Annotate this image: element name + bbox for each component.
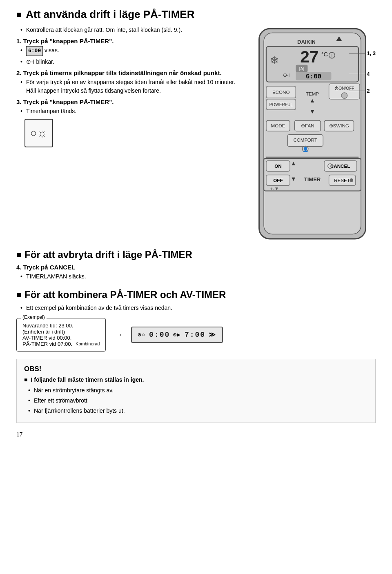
svg-text:OFF: OFF bbox=[273, 178, 283, 183]
svg-text:❄: ❄ bbox=[270, 54, 279, 67]
step3-sub1: Timerlampan tänds. bbox=[20, 107, 241, 116]
page-number: 17 bbox=[16, 431, 376, 438]
svg-text:⊕SWING: ⊕SWING bbox=[329, 123, 349, 128]
svg-text:⊙-I: ⊙-I bbox=[283, 72, 290, 78]
obs-box: OBS! ■ I följande fall måste timern stäl… bbox=[16, 359, 376, 423]
step2-sub1: För varje tryck på en av knapparna stega… bbox=[20, 78, 241, 95]
svg-text:ECONO: ECONO bbox=[272, 89, 290, 95]
step3-num: 3. Tryck på "knappen PÅ-TIMER". bbox=[16, 98, 241, 105]
svg-text:▼: ▼ bbox=[310, 108, 315, 115]
check-step: Kontrollera att klockan går rätt. Om int… bbox=[20, 26, 241, 34]
svg-text:+-▼: +-▼ bbox=[270, 186, 279, 191]
example-label: (Exempel) bbox=[21, 314, 47, 320]
svg-text:ON: ON bbox=[274, 163, 281, 169]
callout-4: 4 bbox=[367, 71, 370, 77]
svg-text:▼: ▼ bbox=[290, 176, 296, 182]
obs-item1: När en strömbrytare stängts av. bbox=[28, 386, 368, 395]
step4-sub1: TIMERLAMPAN släcks. bbox=[20, 272, 376, 281]
main-heading: Att använda drift i läge PÅ-TIMER bbox=[16, 8, 376, 21]
svg-text:RESET: RESET bbox=[334, 178, 350, 183]
obs-highlight: I följande fall måste timern ställas in … bbox=[31, 376, 144, 383]
example-line4: PÅ-TIMER vid 07:00. bbox=[22, 341, 72, 347]
display-seg2: 7:00 bbox=[185, 331, 205, 339]
callout-2: 2 bbox=[367, 88, 370, 94]
cancel-section-heading: För att avbryta drift i läge PÅ-TIMER bbox=[16, 249, 376, 260]
example-box: (Exempel) Nuvarande tid: 23:00. (Enheten… bbox=[16, 318, 106, 352]
svg-text:6:00: 6:00 bbox=[306, 73, 321, 80]
combine-intro: Ett exempel på kombination av de två tim… bbox=[20, 304, 376, 312]
lamp-icon: ○☼ bbox=[30, 127, 48, 140]
display-seg1: 0:00 bbox=[149, 331, 170, 339]
kombinerad-label: Kombinerad bbox=[76, 341, 100, 346]
timer-lamp-illustration: ○☼ bbox=[24, 119, 53, 147]
step1-sub2: ⊙-I blinkar. bbox=[20, 58, 241, 66]
svg-text:POWERFUL: POWERFUL bbox=[269, 102, 293, 107]
arrow-right-icon: → bbox=[114, 329, 123, 340]
svg-text:i: i bbox=[332, 54, 332, 58]
step4-num: 4. Tryck på CANCEL bbox=[16, 264, 376, 271]
example-line3: AV-TIMER vid 00:00. bbox=[22, 335, 100, 341]
svg-text:DAIKIN: DAIKIN bbox=[297, 39, 316, 45]
step2-num: 2. Tryck på timerns pilknappar tills tid… bbox=[16, 69, 241, 76]
svg-point-19 bbox=[341, 93, 347, 99]
svg-text:MODE: MODE bbox=[271, 123, 285, 128]
svg-text:27: 27 bbox=[300, 47, 318, 66]
example-line2: (Enheten är i drift) bbox=[22, 329, 100, 335]
step1-num: 1. Tryck på "knappen PÅ-TIMER". bbox=[16, 38, 241, 44]
obs-item3: När fjärrkontrollens batterier byts ut. bbox=[28, 407, 368, 415]
obs-item2: Efter ett strömavbrott bbox=[28, 396, 368, 405]
main-heading-text: Att använda drift i läge PÅ-TIMER bbox=[26, 8, 194, 21]
svg-text:COMFORT: COMFORT bbox=[293, 137, 317, 142]
svg-text:⊕FAN: ⊕FAN bbox=[301, 123, 314, 128]
callout-13: 1, 3 bbox=[367, 50, 376, 56]
obs-title: OBS! bbox=[24, 365, 368, 373]
timer-display-combined: ⊙○ 0:00 ⊙▶ 7:00 ≫ bbox=[131, 327, 223, 343]
example-line1: Nuvarande tid: 23:00. bbox=[22, 323, 100, 329]
remote-control-area: DAIKIN ❄ 27 °C [A] i ⊙-I 6:00 bbox=[249, 26, 376, 245]
step1-sub1: 6:00 visas. bbox=[20, 46, 241, 56]
svg-text:▲: ▲ bbox=[290, 160, 296, 167]
svg-text:TEMP: TEMP bbox=[306, 91, 319, 96]
svg-text:▲: ▲ bbox=[310, 97, 315, 104]
svg-text:👤: 👤 bbox=[303, 147, 309, 152]
combine-section-heading: För att kombinera PÅ-TIMER och AV-TIMER bbox=[16, 289, 376, 300]
svg-text:TIMER: TIMER bbox=[304, 176, 321, 182]
svg-text:CANCEL: CANCEL bbox=[330, 163, 350, 169]
example-area: (Exempel) Nuvarande tid: 23:00. (Enheten… bbox=[16, 318, 376, 352]
svg-point-48 bbox=[350, 178, 353, 182]
svg-text:°C: °C bbox=[321, 51, 328, 58]
svg-text:[A]: [A] bbox=[299, 67, 305, 71]
